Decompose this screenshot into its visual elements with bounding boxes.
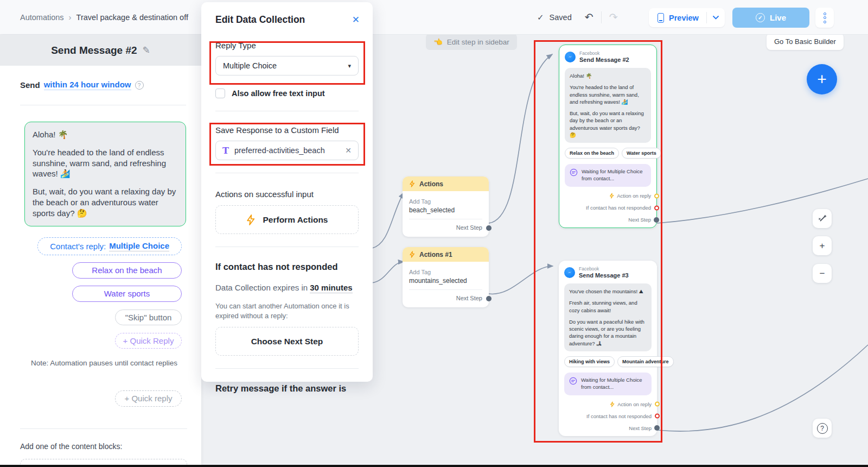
next-step-connector[interactable] xyxy=(654,217,659,223)
free-text-label: Also allow free text input xyxy=(232,89,325,98)
node-header: Facebook Send Message #3 xyxy=(564,266,652,279)
contact-reply-pill[interactable]: Contact's reply: Multiple Choice xyxy=(37,237,182,255)
free-text-checkbox-row[interactable]: Also allow free text input xyxy=(215,89,359,98)
step-title: Send Message #2 xyxy=(51,45,137,56)
sidebar-body: Send within 24 hour window ? Aloha! 🌴 Yo… xyxy=(0,80,201,467)
next-step-label: Next Step xyxy=(456,295,482,301)
custom-field-label: Save Response to a Custom Field xyxy=(215,125,359,135)
contact-reply-type[interactable]: Multiple Choice xyxy=(109,241,169,251)
channel-label: Facebook xyxy=(579,51,629,56)
waiting-bubble: Waiting for Multiple Choice from contact… xyxy=(564,373,652,395)
edit-title-icon[interactable]: ✎ xyxy=(143,45,150,56)
message-line: Do you want a peaceful hike with scenic … xyxy=(569,318,647,347)
chevron-down-icon xyxy=(713,16,719,20)
divider xyxy=(215,111,359,111)
skip-button[interactable]: "Skip" button xyxy=(115,310,182,325)
undo-icon[interactable]: ↶ xyxy=(585,11,593,23)
action-on-reply-row: Action on reply xyxy=(564,401,652,407)
expires-prefix: Data Collection expires in xyxy=(215,283,308,292)
dots-menu-icon xyxy=(824,12,826,15)
add-node-button[interactable]: + xyxy=(807,64,837,94)
quick-reply-button[interactable]: Hiking with views xyxy=(564,356,615,367)
next-step-row: Next Step xyxy=(565,217,651,223)
expires-hint: You can start another Automation once it… xyxy=(215,301,359,320)
remove-field-icon[interactable]: ✕ xyxy=(345,146,352,155)
next-step-label: Next Step xyxy=(456,224,482,231)
send-window-link[interactable]: within 24 hour window xyxy=(44,80,131,90)
zoom-in-button[interactable]: + xyxy=(813,236,832,255)
reply-type-dropdown[interactable]: Multiple Choice ▾ xyxy=(215,56,359,75)
minus-icon: − xyxy=(820,268,825,279)
help-icon[interactable]: ? xyxy=(135,81,144,90)
divider xyxy=(215,173,359,173)
send-label: Send xyxy=(20,80,40,90)
chat-bubble-icon xyxy=(570,168,578,176)
quick-reply-button[interactable]: Water sports xyxy=(622,148,661,159)
choice-button-water[interactable]: Water sports xyxy=(72,286,182,302)
next-step-row: Next Step xyxy=(564,425,652,431)
perform-actions-button[interactable]: Perform Actions xyxy=(215,205,359,234)
add-quick-reply-button[interactable]: + Quick Reply xyxy=(115,333,182,349)
help-button[interactable]: ? xyxy=(813,419,832,438)
send-window-row: Send within 24 hour window ? xyxy=(20,80,192,90)
next-step-connector[interactable] xyxy=(486,225,492,231)
actions-node-mountains[interactable]: Actions #1 Add Tag mountains_selected Ne… xyxy=(403,247,489,307)
choose-next-step-button[interactable]: Choose Next Step xyxy=(215,327,359,356)
breadcrumb-automations[interactable]: Automations xyxy=(20,13,64,22)
redo-icon[interactable]: ↷ xyxy=(609,11,618,23)
save-status-group: ✓ Saved ↶ ↷ xyxy=(537,11,618,23)
question-icon: ? xyxy=(817,423,828,434)
choice-button-beach[interactable]: Relax on the beach xyxy=(72,262,182,279)
auto-arrange-button[interactable] xyxy=(813,209,832,228)
checkbox-unchecked[interactable] xyxy=(215,89,225,98)
quick-reply-buttons: Relax on the beach Water sports xyxy=(565,148,651,159)
go-to-basic-builder-button[interactable]: Go To Basic Builder xyxy=(767,33,844,50)
actions-node-title: Actions #1 xyxy=(419,251,452,258)
quick-reply-button[interactable]: Mountain adventure xyxy=(617,356,674,367)
not-responded-connector[interactable] xyxy=(654,205,659,210)
divider xyxy=(20,428,187,429)
breadcrumb: Automations › Travel package & destinati… xyxy=(20,12,188,22)
not-responded-row: If contact has not responded xyxy=(565,205,651,211)
more-options-button[interactable] xyxy=(815,8,834,28)
action-on-reply-row: Action on reply xyxy=(565,193,651,199)
facebook-messenger-icon xyxy=(565,52,576,62)
expires-value[interactable]: 30 minutes xyxy=(310,283,352,293)
divider xyxy=(601,11,602,23)
quick-reply-bottom-button[interactable]: + Quick reply xyxy=(115,390,182,407)
tag-value: beach_selected xyxy=(409,206,482,214)
actions-node-beach[interactable]: Actions Add Tag beach_selected Next Step xyxy=(403,176,489,237)
facebook-messenger-icon xyxy=(564,267,575,278)
zoom-out-button[interactable]: − xyxy=(813,264,832,283)
action-on-reply-connector[interactable] xyxy=(654,193,659,198)
sidebar-header: Send Message #2 ✎ xyxy=(0,35,201,66)
send-message-3-node[interactable]: Facebook Send Message #3 You've chosen t… xyxy=(559,261,657,436)
next-step-connector[interactable] xyxy=(654,425,660,431)
chat-bubble-icon xyxy=(569,377,577,385)
divider xyxy=(215,247,359,247)
saved-label: Saved xyxy=(550,13,572,22)
action-on-reply-connector[interactable] xyxy=(655,402,660,407)
perform-actions-label: Perform Actions xyxy=(263,215,328,225)
check-icon: ✓ xyxy=(537,12,544,22)
divider xyxy=(215,368,359,369)
actions-node-header: Actions #1 xyxy=(403,247,489,262)
custom-field-input[interactable]: T preferred-activities_beach ✕ xyxy=(215,141,359,160)
next-step-label: Next Step xyxy=(629,425,652,431)
breadcrumb-current: Travel package & destination off xyxy=(76,13,188,22)
live-button[interactable]: ✓ Live xyxy=(732,8,809,28)
magic-wand-icon xyxy=(818,214,827,224)
quick-reply-button[interactable]: Relax on the beach xyxy=(565,148,619,159)
message-text-block[interactable]: Aloha! 🌴 You're headed to the land of en… xyxy=(24,122,186,226)
close-icon[interactable]: ✕ xyxy=(352,14,360,26)
message-line: But, wait, do you want a relaxing day by… xyxy=(570,110,646,138)
preview-button[interactable]: Preview xyxy=(649,13,706,23)
pointer-icon: 👈 xyxy=(433,37,443,46)
send-message-2-node[interactable]: Facebook Send Message #2 Aloha! 🌴 You're… xyxy=(559,45,657,228)
preview-split-button: Preview xyxy=(649,8,725,27)
next-step-label: Next Step xyxy=(628,217,651,223)
preview-dropdown-button[interactable] xyxy=(707,16,725,20)
next-step-connector[interactable] xyxy=(486,296,492,301)
waiting-bubble: Waiting for Multiple Choice from contact… xyxy=(565,164,651,187)
not-responded-connector[interactable] xyxy=(655,414,660,419)
